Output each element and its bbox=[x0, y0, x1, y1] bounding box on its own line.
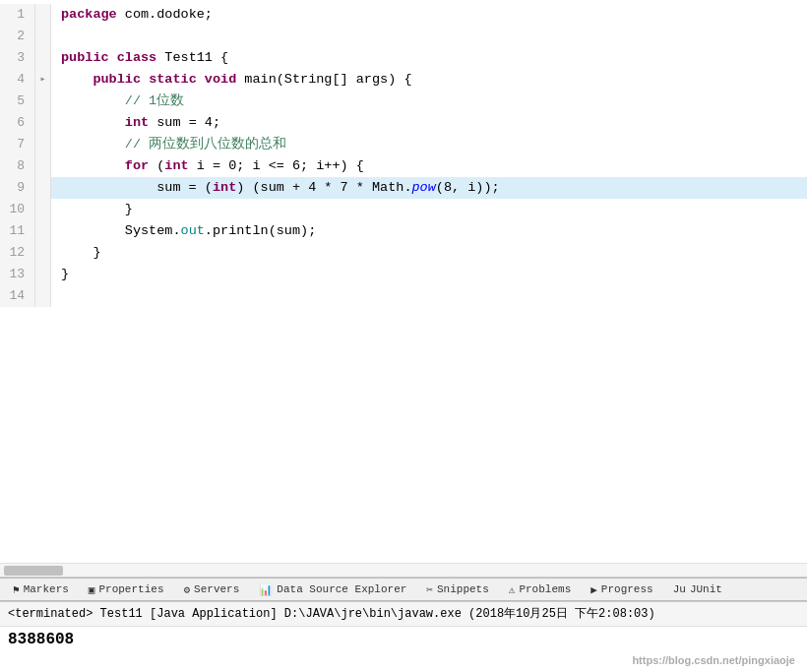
code-token: } bbox=[61, 267, 69, 281]
fold-indicator bbox=[35, 199, 51, 220]
tab-icon: ✂ bbox=[426, 583, 433, 596]
line-content: } bbox=[51, 264, 69, 285]
code-line: 7 // 两位数到八位数的总和 bbox=[0, 134, 807, 155]
line-number: 9 bbox=[0, 177, 35, 199]
tab-data-source-explorer[interactable]: 📊Data Source Explorer bbox=[250, 579, 415, 600]
code-token: pow bbox=[411, 180, 435, 195]
tab-properties[interactable]: ▣Properties bbox=[80, 579, 173, 600]
code-token: void bbox=[205, 72, 236, 87]
code-token: class bbox=[117, 50, 157, 65]
fold-indicator bbox=[35, 242, 51, 264]
line-number: 14 bbox=[0, 285, 35, 307]
line-number: 8 bbox=[0, 155, 35, 177]
code-line: 3public class Test11 { bbox=[0, 47, 807, 69]
code-line: 2 bbox=[0, 26, 807, 47]
code-token: public bbox=[93, 72, 141, 87]
code-container[interactable]: 1package com.dodoke;2 3public class Test… bbox=[0, 0, 807, 563]
line-content: } bbox=[51, 242, 101, 264]
watermark: https://blog.csdn.net/pingxiaoje bbox=[632, 654, 795, 666]
line-content bbox=[51, 285, 69, 307]
line-number: 3 bbox=[0, 47, 35, 69]
tab-label: Progress bbox=[601, 583, 653, 595]
console-terminated-line: <terminated> Test11 [Java Application] D… bbox=[0, 602, 807, 627]
code-token: } bbox=[61, 202, 133, 216]
tab-label: Snippets bbox=[437, 583, 489, 595]
line-number: 10 bbox=[0, 199, 35, 220]
horizontal-scrollbar[interactable] bbox=[0, 563, 807, 577]
scroll-thumb[interactable] bbox=[4, 566, 63, 576]
code-token: ) (sum + 4 * 7 * Math. bbox=[236, 180, 411, 195]
code-editor: 1package com.dodoke;2 3public class Test… bbox=[0, 0, 807, 578]
code-token bbox=[61, 137, 125, 152]
code-token bbox=[109, 50, 117, 65]
tab-icon: Ju bbox=[673, 583, 686, 595]
line-content: sum = (int) (sum + 4 * 7 * Math.pow(8, i… bbox=[51, 177, 500, 199]
code-line: 1package com.dodoke; bbox=[0, 4, 807, 26]
fold-indicator bbox=[35, 4, 51, 26]
fold-indicator bbox=[35, 112, 51, 134]
code-token: package bbox=[61, 7, 117, 22]
code-token: } bbox=[61, 245, 101, 260]
fold-indicator bbox=[35, 134, 51, 155]
tab-markers[interactable]: ⚑Markers bbox=[4, 579, 78, 600]
line-number: 13 bbox=[0, 264, 35, 285]
code-line: 14 bbox=[0, 285, 807, 307]
tab-label: Problems bbox=[519, 583, 571, 595]
fold-indicator bbox=[35, 91, 51, 112]
code-token: int bbox=[213, 180, 236, 195]
code-line: 11 System.out.println(sum); bbox=[0, 220, 807, 242]
line-number: 11 bbox=[0, 220, 35, 242]
code-token: i = 0; i <= 6; i++) { bbox=[189, 158, 364, 173]
code-token: public bbox=[61, 50, 109, 65]
tab-label: Properties bbox=[98, 583, 163, 595]
tab-icon: ⚑ bbox=[13, 583, 20, 596]
tab-servers[interactable]: ⚙Servers bbox=[174, 579, 248, 600]
tab-snippets[interactable]: ✂Snippets bbox=[417, 579, 497, 600]
tab-icon: 📊 bbox=[259, 583, 273, 596]
code-token: com.dodoke; bbox=[117, 7, 213, 22]
tab-icon: ▣ bbox=[89, 583, 95, 596]
code-token bbox=[61, 115, 125, 130]
line-content: package com.dodoke; bbox=[51, 4, 213, 26]
code-token: for bbox=[125, 158, 149, 173]
fold-indicator bbox=[35, 26, 51, 47]
line-number: 2 bbox=[0, 26, 35, 47]
code-token: ( bbox=[149, 158, 164, 173]
line-content: int sum = 4; bbox=[51, 112, 220, 134]
tab-junit[interactable]: JuJUnit bbox=[664, 579, 731, 600]
code-line: 13} bbox=[0, 264, 807, 285]
code-token: static bbox=[149, 72, 197, 87]
code-token: // 1位数 bbox=[125, 93, 184, 108]
code-token: .println(sum); bbox=[205, 223, 316, 238]
code-line: 9 sum = (int) (sum + 4 * 7 * Math.pow(8,… bbox=[0, 177, 807, 199]
line-content: } bbox=[51, 199, 133, 220]
line-content: public static void main(String[] args) { bbox=[51, 69, 411, 91]
line-number: 6 bbox=[0, 112, 35, 134]
tab-label: JUnit bbox=[690, 583, 722, 595]
fold-indicator[interactable]: ▸ bbox=[35, 69, 51, 91]
code-token: (8, i)); bbox=[436, 180, 500, 195]
tab-progress[interactable]: ▶Progress bbox=[582, 579, 661, 600]
code-line: 8 for (int i = 0; i <= 6; i++) { bbox=[0, 155, 807, 177]
fold-indicator bbox=[35, 264, 51, 285]
console-area: <terminated> Test11 [Java Application] D… bbox=[0, 601, 807, 672]
code-token bbox=[61, 93, 125, 108]
code-token: sum = 4; bbox=[149, 115, 220, 130]
line-number: 7 bbox=[0, 134, 35, 155]
line-number: 12 bbox=[0, 242, 35, 264]
code-token: sum = ( bbox=[61, 180, 213, 195]
code-line: 6 int sum = 4; bbox=[0, 112, 807, 134]
code-token: out bbox=[181, 223, 205, 238]
fold-indicator bbox=[35, 155, 51, 177]
fold-indicator bbox=[35, 177, 51, 199]
code-token: // 两位数到八位数的总和 bbox=[125, 137, 286, 152]
tab-icon: ⚙ bbox=[183, 583, 190, 596]
fold-indicator bbox=[35, 47, 51, 69]
line-content: for (int i = 0; i <= 6; i++) { bbox=[51, 155, 364, 177]
tab-problems[interactable]: ⚠Problems bbox=[500, 579, 580, 600]
code-line: 4▸ public static void main(String[] args… bbox=[0, 69, 807, 91]
line-content: // 两位数到八位数的总和 bbox=[51, 134, 286, 155]
tab-icon: ▶ bbox=[590, 583, 597, 596]
line-number: 5 bbox=[0, 91, 35, 112]
code-token: int bbox=[164, 158, 188, 173]
